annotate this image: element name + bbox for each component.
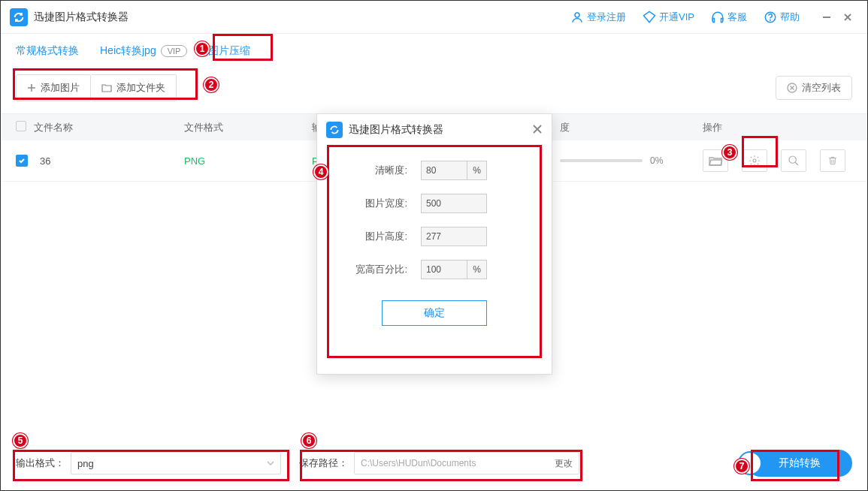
row-filename: 36 <box>40 155 50 167</box>
ratio-input[interactable] <box>421 260 467 279</box>
toolbar: 添加图片 添加文件夹 清空列表 <box>1 68 867 113</box>
row-checkbox[interactable] <box>16 155 28 167</box>
vip-link[interactable]: 开通VIP <box>643 11 694 24</box>
dialog-logo <box>326 122 343 138</box>
login-label: 登录注册 <box>587 11 626 24</box>
header-ops: 操作 <box>703 121 852 134</box>
header-name: 文件名称 <box>34 121 184 134</box>
height-input[interactable] <box>421 227 487 246</box>
plus-icon <box>27 83 36 92</box>
progress-pct: 0% <box>650 155 663 166</box>
delete-button[interactable] <box>820 149 845 172</box>
close-button[interactable] <box>837 7 858 28</box>
titlebar: 迅捷图片格式转换器 登录注册 开通VIP 客服 帮助 <box>1 1 867 34</box>
add-folder-label: 添加文件夹 <box>116 81 165 95</box>
open-folder-button[interactable] <box>703 149 728 172</box>
height-label: 图片高度: <box>340 230 407 243</box>
add-image-button[interactable]: 添加图片 <box>16 74 91 101</box>
tab-normal[interactable]: 常规格式转换 <box>16 44 79 58</box>
search-icon <box>788 155 800 167</box>
add-image-label: 添加图片 <box>41 81 80 95</box>
minimize-button[interactable] <box>816 7 837 28</box>
width-input[interactable] <box>421 194 487 213</box>
header-format: 文件格式 <box>184 121 312 134</box>
svg-point-12 <box>789 156 796 163</box>
gear-icon <box>749 155 761 167</box>
ratio-unit: % <box>467 260 487 279</box>
settings-button[interactable] <box>742 149 767 172</box>
ratio-label: 宽高百分比: <box>340 263 407 276</box>
width-label: 图片宽度: <box>340 197 407 210</box>
app-title: 迅捷图片格式转换器 <box>34 11 129 24</box>
header-progress: 度 <box>560 121 703 134</box>
svg-line-13 <box>795 162 798 165</box>
clarity-label: 清晰度: <box>340 164 407 177</box>
tabs-bar: 常规格式转换 Heic转换jpg VIP 图片压缩 <box>1 34 867 68</box>
output-format-select[interactable]: png <box>71 452 281 474</box>
help-label: 帮助 <box>780 11 800 24</box>
tab-heic[interactable]: Heic转换jpg VIP <box>100 44 187 58</box>
start-convert-button[interactable]: 开始转换 <box>747 450 852 477</box>
preview-button[interactable] <box>781 149 806 172</box>
save-path-value: C:\Users\HUDun\Documents <box>361 458 476 468</box>
save-path-label: 保存路径： <box>299 456 348 470</box>
app-logo <box>10 8 28 26</box>
help-link[interactable]: 帮助 <box>764 11 800 24</box>
row-format: PNG <box>184 155 205 167</box>
svg-point-0 <box>575 13 579 17</box>
output-format-value: png <box>77 458 94 469</box>
trash-icon <box>827 155 838 167</box>
tab-compress[interactable]: 图片压缩 <box>208 44 250 58</box>
svg-point-2 <box>770 20 771 20</box>
dialog-close-button[interactable] <box>532 122 543 138</box>
dialog-confirm-button[interactable]: 确定 <box>382 300 487 326</box>
vip-badge: VIP <box>161 45 188 57</box>
clarity-input[interactable] <box>421 161 467 180</box>
open-folder-icon <box>709 155 722 166</box>
settings-dialog: 迅捷图片格式转换器 清晰度: % 图片宽度: 图片高度: 宽高百分比: % 确定 <box>316 113 552 375</box>
add-folder-button[interactable]: 添加文件夹 <box>91 74 177 101</box>
chevron-down-icon <box>267 461 274 465</box>
bottom-bar: 输出格式： png 保存路径： C:\Users\HUDun\Documents… <box>1 436 867 490</box>
dialog-title: 迅捷图片格式转换器 <box>349 123 443 137</box>
vip-label: 开通VIP <box>659 11 694 24</box>
change-path-link[interactable]: 更改 <box>555 457 573 470</box>
close-icon <box>532 124 543 134</box>
output-format-label: 输出格式： <box>16 456 65 470</box>
service-link[interactable]: 客服 <box>711 11 747 24</box>
service-label: 客服 <box>727 11 747 24</box>
save-path-group: 保存路径： C:\Users\HUDun\Documents 更改 <box>299 452 579 474</box>
progress-bar <box>560 159 643 162</box>
tab-heic-label: Heic转换jpg <box>100 44 156 58</box>
output-format-group: 输出格式： png <box>16 452 281 474</box>
svg-point-11 <box>753 159 756 162</box>
clear-icon <box>787 83 797 93</box>
save-path-field: C:\Users\HUDun\Documents 更改 <box>354 452 579 474</box>
header-checkbox[interactable] <box>16 121 26 131</box>
folder-icon <box>101 83 112 92</box>
clear-list-label: 清空列表 <box>802 81 841 95</box>
login-link[interactable]: 登录注册 <box>570 11 626 24</box>
clarity-unit: % <box>467 161 487 180</box>
clear-list-button[interactable]: 清空列表 <box>776 76 852 100</box>
